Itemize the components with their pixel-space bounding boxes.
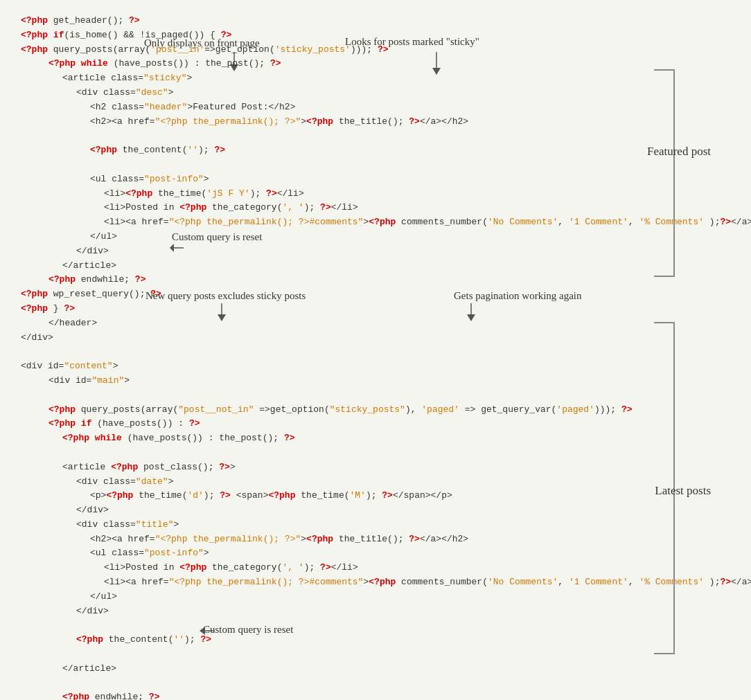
code-line: </article> <box>21 259 730 273</box>
code-line: </ul> <box>21 230 730 244</box>
code-line: </article> <box>21 662 730 676</box>
code-line: <?php endwhile; ?> <box>21 690 730 700</box>
code-line: <?php the_content(''); ?> <box>21 143 730 158</box>
code-container: Only displays on front page Looks for po… <box>21 14 730 700</box>
code-line: <ul class="post-info"> <box>21 546 730 561</box>
code-line: <li><a href="<?php the_permalink(); ?>#c… <box>21 575 730 590</box>
code-line: <?php query_posts(array('post__in'=>get_… <box>21 43 730 57</box>
code-line: </div> <box>21 503 730 518</box>
code-line: <?php query_posts(array("post__not_in" =… <box>21 403 730 418</box>
code-line <box>21 618 730 633</box>
code-line: </div> <box>21 604 730 619</box>
code-line: <div class="desc"> <box>21 86 730 100</box>
code-line: <div class="date"> <box>21 475 730 490</box>
code-line <box>21 158 730 172</box>
code-line: <?php if (have_posts()) : ?> <box>21 417 730 431</box>
code-line: <div id="content"> <box>21 359 730 374</box>
code-line: </ul> <box>21 590 730 604</box>
code-line: <?php while (have_posts()) : the_post();… <box>21 431 730 446</box>
code-line: <h2><a href="<?php the_permalink(); ?>">… <box>21 532 730 547</box>
code-line: <?php } ?> <box>21 302 730 316</box>
code-line <box>21 388 730 403</box>
code-line: <li><?php the_time('jS F Y'); ?></li> <box>21 187 730 201</box>
code-line: <?php while (have_posts()) : the_post();… <box>21 57 730 71</box>
code-line: <li>Posted in <?php the_category(', '); … <box>21 561 730 575</box>
code-line <box>21 446 730 460</box>
latest-posts-bracket <box>654 322 675 654</box>
code-line: <?php endwhile; ?> <box>21 273 730 287</box>
code-line: <h2><a href="<?php the_permalink(); ?>">… <box>21 115 730 129</box>
featured-post-bracket <box>654 69 675 277</box>
code-line: <ul class="post-info"> <box>21 172 730 187</box>
code-line: <?php get_header(); ?> <box>21 14 730 28</box>
code-line: <?php if(is_home() && !is_paged()) { ?> <box>21 28 730 43</box>
code-line <box>21 345 730 359</box>
code-line <box>21 676 730 691</box>
code-area: <?php get_header(); ?> <?php if(is_home(… <box>21 14 730 700</box>
code-line: <article <?php post_class(); ?>> <box>21 460 730 475</box>
code-line: </header> <box>21 316 730 331</box>
code-line: <?php the_content(''); ?> <box>21 633 730 647</box>
code-line: <div id="main"> <box>21 374 730 388</box>
code-line <box>21 647 730 662</box>
code-line: </div> <box>21 331 730 345</box>
code-line: <li>Posted in <?php the_category(', '); … <box>21 201 730 215</box>
code-line: <h2 class="header">Featured Post:</h2> <box>21 100 730 115</box>
code-line: </div> <box>21 244 730 259</box>
code-line: <li><a href="<?php the_permalink(); ?>#c… <box>21 215 730 230</box>
code-line: <div class="title"> <box>21 518 730 532</box>
code-line: <p><?php the_time('d'); ?> <span><?php t… <box>21 489 730 503</box>
code-line: <?php wp_reset_query(); ?> <box>21 287 730 302</box>
code-line <box>21 129 730 143</box>
code-line: <article class="sticky"> <box>21 71 730 86</box>
